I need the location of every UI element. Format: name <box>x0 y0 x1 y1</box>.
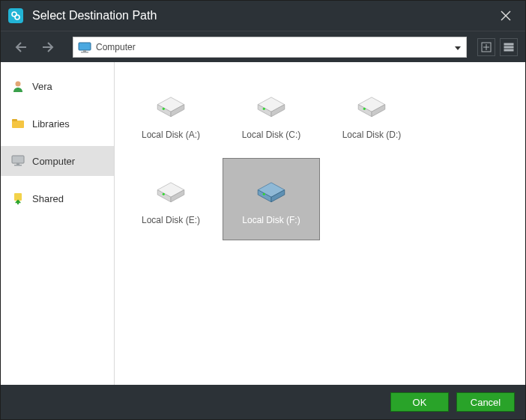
disk-label: Local Disk (C:) <box>242 130 301 140</box>
sidebar-item-label: Libraries <box>32 118 70 130</box>
svg-rect-25 <box>504 46 513 48</box>
sidebar-item-shared[interactable]: Shared <box>1 183 114 213</box>
sidebar-item-label: Shared <box>32 193 64 204</box>
cancel-button[interactable]: Cancel <box>456 392 515 412</box>
close-button[interactable] <box>492 1 519 31</box>
shared-icon <box>11 192 25 205</box>
svg-rect-26 <box>504 49 513 51</box>
window-title: Select Destination Path <box>32 9 492 22</box>
svg-rect-28 <box>12 121 24 128</box>
folder-icon <box>11 117 25 130</box>
disk-label: Local Disk (D:) <box>342 130 402 140</box>
disk-label: Local Disk (E:) <box>142 215 200 225</box>
svg-point-15 <box>15 15 19 19</box>
disk-item[interactable]: Local Disk (C:) <box>223 73 320 155</box>
svg-marker-20 <box>455 46 461 50</box>
svg-rect-24 <box>504 43 513 45</box>
dialog-window: Select Destination Path Computer <box>0 0 526 420</box>
disk-item[interactable]: Local Disk (F:) <box>223 158 320 240</box>
back-button[interactable] <box>11 37 32 58</box>
svg-rect-30 <box>14 193 22 201</box>
computer-icon <box>78 42 91 52</box>
disk-icon <box>350 88 393 119</box>
sidebar-item-vera[interactable]: Vera <box>1 71 114 101</box>
footer: OK Cancel <box>1 385 525 419</box>
sidebar-item-computer[interactable]: Computer <box>1 146 114 176</box>
disk-icon <box>250 88 293 119</box>
computer-icon <box>11 154 25 168</box>
disk-label: Local Disk (A:) <box>142 130 200 140</box>
sidebar: Vera Libraries Computer Shared <box>1 62 115 385</box>
body: Vera Libraries Computer Shared <box>1 62 525 385</box>
chevron-down-icon <box>454 43 462 51</box>
cancel-label: Cancel <box>471 397 501 408</box>
disk-item[interactable]: Local Disk (E:) <box>122 158 220 240</box>
new-folder-button[interactable] <box>477 38 495 56</box>
forward-button[interactable] <box>37 37 58 58</box>
breadcrumb-label: Computer <box>96 42 136 52</box>
disk-icon <box>149 173 193 204</box>
disk-icon <box>250 173 293 204</box>
sidebar-item-label: Computer <box>32 156 75 167</box>
sidebar-item-libraries[interactable]: Libraries <box>1 109 114 139</box>
toolbar: Computer <box>1 31 525 62</box>
app-icon <box>8 8 23 23</box>
disk-grid: Local Disk (A:) Local Disk (C:) Local Di… <box>115 62 525 385</box>
view-button[interactable] <box>500 38 518 56</box>
disk-item[interactable]: Local Disk (D:) <box>323 73 420 155</box>
sidebar-item-label: Vera <box>32 81 52 92</box>
svg-rect-29 <box>12 119 17 121</box>
breadcrumb[interactable]: Computer <box>73 37 467 58</box>
user-icon <box>11 79 25 93</box>
disk-icon <box>149 88 193 119</box>
title-bar: Select Destination Path <box>1 1 525 31</box>
disk-item[interactable]: Local Disk (A:) <box>122 73 220 155</box>
disk-label: Local Disk (F:) <box>242 215 300 225</box>
ok-label: OK <box>413 397 427 408</box>
ok-button[interactable]: OK <box>390 392 449 412</box>
svg-point-27 <box>16 82 21 87</box>
